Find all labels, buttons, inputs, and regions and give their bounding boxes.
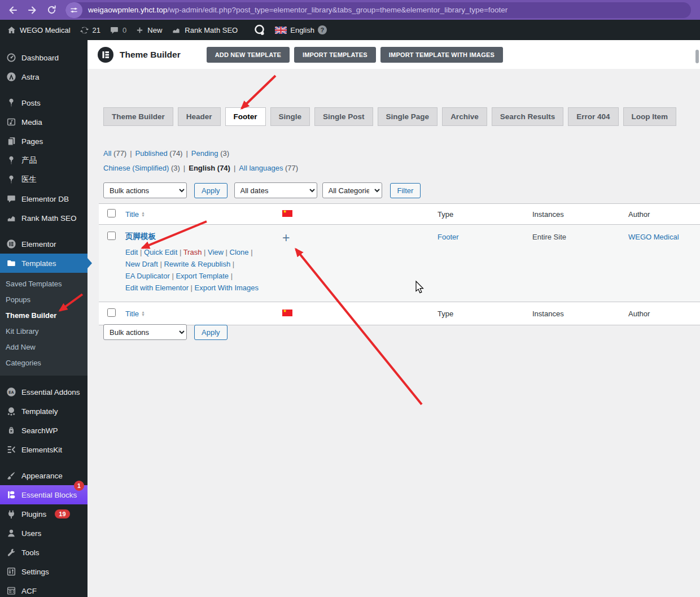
- dates-filter-select[interactable]: All dates: [234, 182, 317, 198]
- sidebar-item-users[interactable]: Users: [0, 524, 88, 543]
- sidebar-item-astra[interactable]: Astra: [0, 67, 88, 86]
- tab-footer[interactable]: Footer: [225, 107, 266, 126]
- submenu-item-add-new[interactable]: Add New: [0, 339, 88, 355]
- add-translation-icon[interactable]: +: [282, 233, 290, 243]
- sidebar-item-essential-blocks[interactable]: Essential Blocks 1: [0, 485, 88, 504]
- refresh-icon[interactable]: [44, 3, 59, 18]
- plus-icon: [135, 26, 144, 34]
- help-icon[interactable]: ?: [318, 25, 327, 34]
- column-title-sort[interactable]: Title ▲▼: [125, 210, 282, 219]
- site-name: WEGO Medical: [20, 26, 71, 34]
- sort-icon: ▲▼: [141, 211, 145, 217]
- sidebar-item-label: Rank Math SEO: [21, 214, 77, 223]
- sidebar-item-elementskit[interactable]: ElementsKit: [0, 440, 88, 459]
- china-flag-icon: ★: [282, 310, 292, 316]
- import-template-with-images-button[interactable]: IMPORT TEMPLATE WITH IMAGES: [380, 47, 503, 63]
- row-checkbox[interactable]: [107, 232, 116, 240]
- tab-search-results[interactable]: Search Results: [492, 107, 564, 126]
- column-title-sort-bottom[interactable]: Title ▲▼: [125, 310, 282, 318]
- action-clone[interactable]: Clone: [230, 248, 253, 256]
- tab-loop-item[interactable]: Loop Item: [623, 107, 677, 126]
- action-rewrite-republish[interactable]: Rewrite & Republish: [164, 260, 234, 268]
- sidebar-item-searchwp[interactable]: SearchWP: [0, 421, 88, 440]
- add-new-template-button[interactable]: ADD NEW TEMPLATE: [207, 47, 290, 63]
- action-new-draft[interactable]: New Draft: [125, 260, 164, 268]
- tab-header[interactable]: Header: [178, 107, 221, 126]
- admin-bar-updates[interactable]: 21: [80, 25, 100, 35]
- select-all-checkbox[interactable]: [107, 209, 116, 217]
- sidebar-item-plugins[interactable]: Plugins 19: [0, 504, 88, 524]
- tab-archive[interactable]: Archive: [442, 107, 487, 126]
- template-title-link[interactable]: 页脚模板: [125, 232, 156, 242]
- scrollbar-thumb[interactable]: [695, 50, 699, 63]
- action-export-template[interactable]: Export Template: [176, 272, 233, 280]
- action-quick-edit[interactable]: Quick Edit: [144, 248, 183, 256]
- sidebar-item-essential-addons[interactable]: EA Essential Addons: [0, 382, 88, 402]
- submenu-item-kit-library[interactable]: Kit Library: [0, 323, 88, 339]
- forward-icon[interactable]: [25, 3, 40, 18]
- apply-button[interactable]: Apply: [194, 183, 228, 198]
- sidebar-item-label: Pages: [21, 137, 43, 146]
- sidebar-item-doctors[interactable]: 医生: [0, 170, 88, 189]
- filter-button[interactable]: Filter: [390, 183, 421, 198]
- sidebar-item-acf[interactable]: ACF: [0, 581, 88, 597]
- submenu-item-label: Saved Templates: [6, 280, 62, 288]
- submenu-item-saved-templates[interactable]: Saved Templates: [0, 276, 88, 291]
- submenu-item-popups[interactable]: Popups: [0, 291, 88, 307]
- address-bar[interactable]: weigaowpmlen.yhct.top/wp-admin/edit.php?…: [65, 2, 691, 18]
- action-edit-with-elementor[interactable]: Edit with Elementor: [125, 284, 195, 292]
- sidebar-item-products[interactable]: 产品: [0, 151, 88, 170]
- filter-pending[interactable]: Pending (3): [191, 149, 229, 158]
- apply-button-bottom[interactable]: Apply: [194, 325, 228, 340]
- tab-single-page[interactable]: Single Page: [378, 107, 438, 126]
- tab-error-404[interactable]: Error 404: [568, 107, 618, 126]
- sidebar-item-settings[interactable]: Settings: [0, 562, 88, 581]
- submenu-item-theme-builder[interactable]: Theme Builder: [0, 307, 88, 323]
- action-export-with-images[interactable]: Export With Images: [195, 284, 259, 292]
- admin-bar-q-logo[interactable]: [253, 24, 266, 36]
- table-footer-row: Title ▲▼ ★ Type Instances Author: [99, 302, 700, 325]
- sidebar-item-elementor-db[interactable]: Elementor DB: [0, 189, 88, 208]
- sidebar-item-label: Appearance: [21, 472, 63, 480]
- sidebar-item-label: ElementsKit: [21, 446, 62, 454]
- admin-bar-comments[interactable]: 0: [110, 25, 126, 35]
- sidebar-item-elementor[interactable]: Elementor: [0, 234, 88, 254]
- bulk-actions-select-bottom[interactable]: Bulk actions: [103, 324, 187, 340]
- admin-bar-site[interactable]: WEGO Medical: [7, 25, 71, 35]
- sidebar-item-dashboard[interactable]: Dashboard: [0, 48, 88, 67]
- filter-chinese[interactable]: Chinese (Simplified) (3): [103, 164, 180, 172]
- tab-single-post[interactable]: Single Post: [314, 107, 373, 126]
- sidebar-item-rank-math[interactable]: Rank Math SEO: [0, 208, 88, 228]
- categories-filter-select[interactable]: All Categories: [322, 182, 382, 198]
- submenu-item-categories[interactable]: Categories: [0, 355, 88, 371]
- select-all-checkbox-bottom[interactable]: [107, 308, 116, 317]
- filter-english[interactable]: English (74): [189, 164, 230, 172]
- tab-theme-builder[interactable]: Theme Builder: [103, 107, 173, 126]
- sidebar-item-templately[interactable]: Templately: [0, 402, 88, 421]
- tab-single[interactable]: Single: [270, 107, 310, 126]
- bulk-actions-select[interactable]: Bulk actions: [103, 182, 187, 198]
- admin-bar-language[interactable]: English ?: [275, 25, 327, 34]
- update-icon: [80, 25, 89, 35]
- sidebar-item-templates[interactable]: Templates: [0, 254, 88, 273]
- admin-bar-new[interactable]: New: [135, 26, 162, 34]
- sidebar-item-pages[interactable]: Pages: [0, 132, 88, 151]
- action-view[interactable]: View: [208, 248, 230, 256]
- filter-all-languages[interactable]: All languages (77): [239, 164, 298, 172]
- filter-all[interactable]: All (77): [103, 149, 126, 158]
- row-type-link[interactable]: Footer: [438, 233, 459, 241]
- action-ea-duplicator[interactable]: EA Duplicator: [125, 272, 176, 280]
- pin-icon: [6, 175, 16, 185]
- action-trash[interactable]: Trash: [183, 248, 208, 256]
- sidebar-item-tools[interactable]: Tools: [0, 543, 88, 562]
- back-icon[interactable]: [6, 3, 20, 18]
- import-templates-button[interactable]: IMPORT TEMPLATES: [294, 47, 376, 63]
- admin-bar-rank-math[interactable]: Rank Math SEO: [171, 25, 238, 34]
- row-author-link[interactable]: WEGO Medical: [628, 233, 679, 241]
- sidebar-item-posts[interactable]: Posts: [0, 93, 88, 112]
- action-edit[interactable]: Edit: [125, 248, 144, 256]
- sidebar-item-media[interactable]: Media: [0, 112, 88, 132]
- filter-published[interactable]: Published (74): [135, 149, 183, 158]
- sidebar-item-label: Templates: [21, 259, 56, 268]
- site-info-icon[interactable]: [65, 2, 82, 18]
